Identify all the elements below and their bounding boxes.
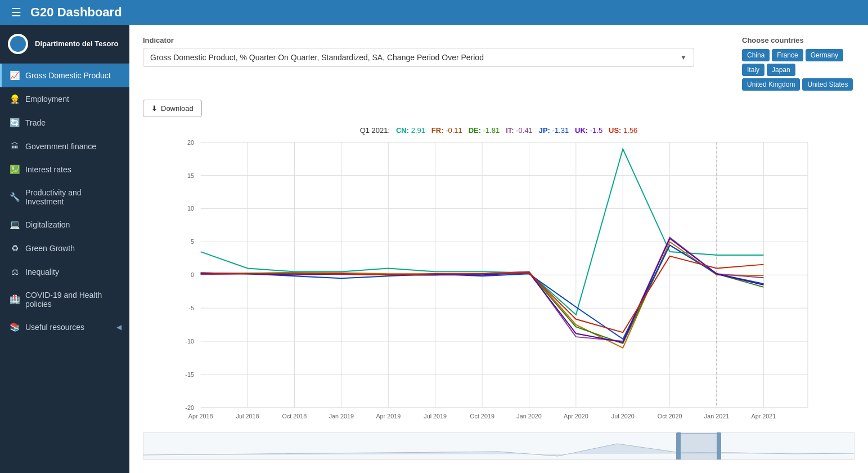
- sidebar-item-trade[interactable]: 🔄 Trade: [0, 111, 129, 135]
- svg-text:-20: -20: [185, 404, 194, 411]
- sidebar-label-interest: Interest rates: [25, 165, 71, 174]
- download-icon: ⬇: [151, 104, 158, 113]
- resources-icon: 📚: [10, 322, 20, 332]
- sidebar-item-employment[interactable]: 👷 Employment: [0, 87, 129, 111]
- main-content: Indicator Gross Domestic Product, % Quar…: [129, 25, 868, 473]
- de-label: DE:: [469, 126, 481, 135]
- country-tags: China France Germany Italy Japan United …: [742, 49, 854, 91]
- choose-countries-panel: Choose countries China France Germany It…: [742, 36, 854, 91]
- main-layout: Dipartimento del Tesoro 📈 Gross Domestic…: [0, 25, 868, 473]
- gdp-icon: 📈: [10, 70, 20, 81]
- svg-text:15: 15: [187, 172, 194, 179]
- svg-text:Oct 2019: Oct 2019: [470, 413, 494, 420]
- us-value: 1.56: [623, 126, 637, 135]
- svg-text:0: 0: [191, 271, 194, 278]
- inequality-icon: ⚖: [10, 267, 20, 277]
- sidebar-label-trade: Trade: [25, 118, 46, 127]
- indicator-select[interactable]: Gross Domestic Product, % Quarter On Qua…: [143, 48, 694, 67]
- svg-text:Oct 2020: Oct 2020: [658, 413, 682, 420]
- brand-logo: [8, 34, 28, 54]
- us-label: US:: [609, 126, 621, 135]
- svg-text:5: 5: [191, 238, 194, 245]
- indicator-label: Indicator: [143, 36, 731, 44]
- brand-logo-inner: [10, 36, 26, 52]
- sidebar-label-inequality: Inequality: [25, 267, 59, 276]
- scrollbar-handle-left[interactable]: [676, 432, 681, 460]
- svg-text:-10: -10: [185, 338, 194, 345]
- resources-chevron-icon: ◀: [116, 323, 122, 331]
- indicator-chevron-icon: ▼: [680, 53, 687, 61]
- download-button[interactable]: ⬇ Download: [143, 100, 202, 117]
- svg-text:Jul 2019: Jul 2019: [424, 413, 447, 420]
- sidebar-label-government: Government finance: [25, 142, 96, 151]
- it-label: IT:: [506, 126, 514, 135]
- sidebar-item-digitalization[interactable]: 💻 Digitalization: [0, 213, 129, 236]
- trade-icon: 🔄: [10, 118, 20, 128]
- sidebar-item-gdp[interactable]: 📈 Gross Domestic Product: [0, 64, 129, 87]
- country-tag-china[interactable]: China: [742, 49, 770, 61]
- svg-text:Jul 2020: Jul 2020: [611, 413, 635, 420]
- cn-value: 2.91: [411, 126, 430, 135]
- svg-text:Jan 2019: Jan 2019: [329, 413, 354, 420]
- sidebar-resources-inner: 📚 Useful resources: [10, 322, 84, 332]
- sidebar-label-employment: Employment: [25, 95, 69, 104]
- country-tag-japan[interactable]: Japan: [767, 64, 795, 76]
- sidebar-label-digital: Digitalization: [25, 220, 70, 229]
- svg-text:-5: -5: [188, 305, 194, 311]
- sidebar-item-productivity[interactable]: 🔧 Productivity and Investment: [0, 181, 129, 213]
- sidebar-item-covid[interactable]: 🏥 COVID-19 and Health policies: [0, 284, 129, 315]
- country-tag-uk[interactable]: United Kingdom: [742, 78, 800, 91]
- jp-label: JP:: [539, 126, 550, 135]
- de-value: -1.81: [483, 126, 504, 135]
- download-label: Download: [161, 104, 194, 113]
- fr-value: -0.11: [446, 126, 466, 135]
- chart-container: .grid-line { stroke: #ddd; stroke-width:…: [143, 137, 854, 430]
- uk-value: -1.5: [590, 126, 607, 135]
- scrollbar-handle-right[interactable]: [717, 432, 721, 460]
- svg-text:Apr 2020: Apr 2020: [564, 413, 588, 420]
- it-value: -0.41: [516, 126, 537, 135]
- app-header: ☰ G20 Dashboard: [0, 0, 868, 25]
- svg-text:Jan 2020: Jan 2020: [516, 413, 541, 420]
- sidebar-brand: Dipartimento del Tesoro: [0, 25, 129, 64]
- chart-scrollbar[interactable]: [143, 432, 854, 460]
- app-title: G20 Dashboard: [30, 5, 122, 20]
- sidebar-item-inequality[interactable]: ⚖ Inequality: [0, 260, 129, 284]
- sidebar-label-covid: COVID-19 and Health policies: [25, 291, 122, 309]
- sidebar-item-interest-rates[interactable]: 💹 Interest rates: [0, 158, 129, 181]
- svg-text:Jan 2021: Jan 2021: [704, 413, 729, 420]
- government-icon: 🏛: [10, 141, 20, 151]
- fr-label: FR:: [431, 126, 444, 135]
- indicator-left: Indicator Gross Domestic Product, % Quar…: [143, 36, 731, 67]
- sidebar: Dipartimento del Tesoro 📈 Gross Domestic…: [0, 25, 129, 473]
- svg-text:Oct 2018: Oct 2018: [282, 413, 307, 420]
- hamburger-icon[interactable]: ☰: [11, 6, 21, 19]
- sidebar-item-resources[interactable]: 📚 Useful resources ◀: [0, 315, 129, 339]
- sidebar-label-gdp: Gross Domestic Product: [25, 71, 111, 80]
- scrollbar-thumb[interactable]: [676, 433, 721, 460]
- country-tag-france[interactable]: France: [772, 49, 803, 61]
- sidebar-item-resources-sub: 📚 Useful resources ◀: [10, 322, 122, 332]
- svg-text:20: 20: [187, 139, 194, 146]
- sidebar-label-productivity: Productivity and Investment: [25, 188, 122, 206]
- svg-text:10: 10: [187, 205, 194, 212]
- brand-name: Dipartimento del Tesoro: [35, 39, 119, 49]
- chart-svg: .grid-line { stroke: #ddd; stroke-width:…: [143, 137, 854, 430]
- sidebar-item-government-finance[interactable]: 🏛 Government finance: [0, 135, 129, 158]
- country-tag-germany[interactable]: Germany: [806, 49, 843, 61]
- chart-wrapper: Q1 2021: CN: 2.91 FR: -0.11 DE: -1.81 IT…: [143, 126, 854, 460]
- svg-text:Apr 2019: Apr 2019: [376, 413, 401, 420]
- svg-text:-15: -15: [185, 371, 194, 378]
- sidebar-item-green-growth[interactable]: ♻ Green Growth: [0, 236, 129, 260]
- interest-icon: 💹: [10, 164, 20, 175]
- country-tag-us[interactable]: United States: [802, 78, 853, 91]
- svg-text:Apr 2018: Apr 2018: [188, 413, 213, 420]
- jp-value: -1.31: [552, 126, 573, 135]
- country-tag-italy[interactable]: Italy: [742, 64, 764, 76]
- scrollbar-mini-chart: [143, 432, 854, 460]
- productivity-icon: 🔧: [10, 192, 20, 202]
- choose-countries-label: Choose countries: [742, 36, 854, 44]
- sidebar-label-green: Green Growth: [25, 244, 75, 253]
- chart-tooltip: Q1 2021: CN: 2.91 FR: -0.11 DE: -1.81 IT…: [143, 126, 854, 135]
- covid-icon: 🏥: [10, 294, 20, 305]
